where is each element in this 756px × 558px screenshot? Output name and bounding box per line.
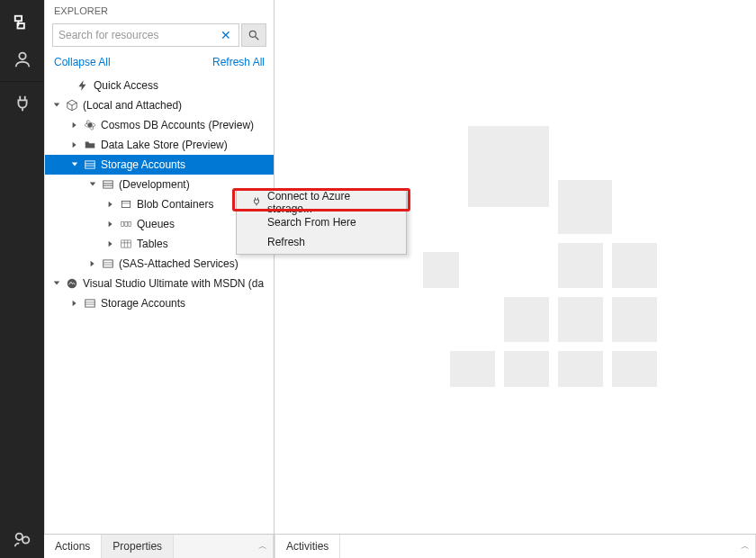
explorer-bottom-tabs: Actions Properties ︿: [44, 535, 274, 558]
plug-icon: [251, 196, 262, 210]
search-input[interactable]: [58, 29, 219, 41]
account-rail-icon[interactable]: [1, 41, 44, 77]
storage-icon: [83, 158, 97, 172]
svg-point-3: [19, 53, 25, 59]
svg-rect-0: [14, 16, 21, 22]
svg-point-6: [249, 31, 256, 37]
resource-tree: Quick Access (Local and Attached) Cosmos…: [45, 74, 274, 558]
svg-point-4: [15, 534, 22, 540]
svg-rect-30: [86, 300, 95, 307]
tree-local-attached[interactable]: (Local and Attached): [45, 95, 274, 115]
ctx-refresh[interactable]: Refresh: [238, 232, 404, 252]
chevron-up-icon[interactable]: ︿: [258, 540, 267, 553]
svg-line-7: [256, 37, 259, 40]
svg-rect-14: [104, 181, 113, 188]
clear-search-icon[interactable]: ✕: [219, 28, 233, 42]
svg-rect-26: [104, 260, 113, 267]
cosmos-icon: [83, 118, 97, 132]
feedback-rail-icon[interactable]: [1, 522, 44, 558]
explorer-panel: EXPLORER ✕ Collapse All Refresh All Quic…: [44, 0, 274, 558]
activity-bar: [0, 0, 44, 558]
subscription-icon: [65, 276, 79, 291]
tree-storage-accounts-2[interactable]: Storage Accounts: [45, 293, 274, 313]
svg-rect-21: [129, 222, 130, 227]
properties-tab[interactable]: Properties: [102, 535, 174, 558]
queue-icon: [119, 217, 133, 231]
search-box[interactable]: ✕: [52, 23, 239, 47]
storage-icon: [101, 177, 115, 192]
actions-tab[interactable]: Actions: [44, 535, 102, 558]
ctx-connect-azure[interactable]: Connect to Azure storage...: [238, 193, 404, 212]
tree-cosmos[interactable]: Cosmos DB Accounts (Preview): [45, 115, 274, 135]
explorer-title: EXPLORER: [45, 0, 274, 20]
storage-icon: [83, 296, 97, 310]
search-button[interactable]: [241, 23, 266, 47]
main-bottom-tabs: Activities ︿: [274, 535, 756, 558]
storage-icon: [101, 256, 115, 271]
svg-rect-17: [122, 202, 130, 208]
svg-point-5: [22, 536, 29, 543]
svg-rect-20: [125, 222, 128, 227]
tree-datalake[interactable]: Data Lake Store (Preview): [45, 135, 274, 155]
activities-tab[interactable]: Activities: [274, 535, 340, 558]
plug-rail-icon[interactable]: [1, 86, 44, 122]
tree-quick-access[interactable]: Quick Access: [45, 76, 274, 95]
tree-sas[interactable]: (SAS-Attached Services): [45, 254, 274, 274]
refresh-all-link[interactable]: Refresh All: [212, 56, 265, 68]
tree-vs-ultimate[interactable]: Visual Studio Ultimate with MSDN (da: [45, 274, 274, 293]
cube-icon: [65, 98, 79, 112]
collapse-all-link[interactable]: Collapse All: [54, 56, 111, 68]
ctx-search-here[interactable]: Search From Here: [238, 212, 404, 232]
context-menu: Connect to Azure storage... Search From …: [236, 190, 407, 255]
background-decoration: [423, 126, 693, 387]
chevron-up-icon[interactable]: ︿: [741, 540, 750, 553]
main-pane: [274, 0, 756, 558]
table-icon: [119, 237, 133, 251]
svg-rect-19: [122, 222, 124, 227]
svg-rect-11: [86, 161, 95, 168]
tree-storage-accounts[interactable]: Storage Accounts: [45, 155, 274, 175]
folder-icon: [83, 138, 97, 152]
bolt-icon: [76, 78, 90, 93]
container-icon: [119, 197, 133, 212]
svg-rect-22: [122, 240, 131, 248]
explorer-rail-icon[interactable]: [1, 5, 44, 41]
